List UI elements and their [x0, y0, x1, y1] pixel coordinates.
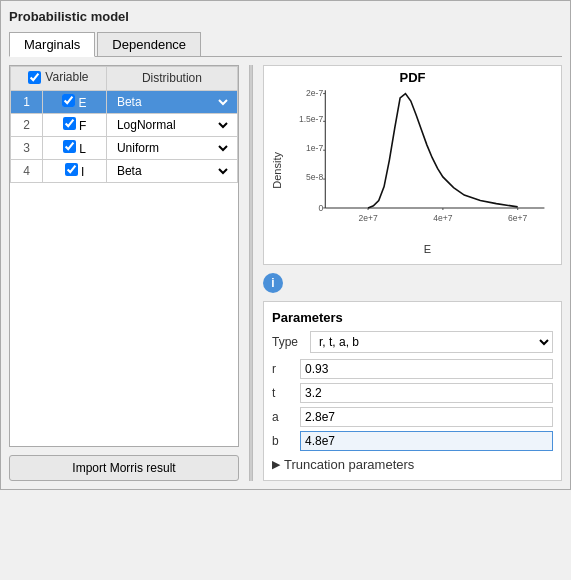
variable-checkbox[interactable]	[62, 94, 75, 107]
y-axis-label: Density	[271, 152, 283, 189]
distribution-cell[interactable]: BetaLogNormalUniformNormalGammaExponenti…	[106, 113, 237, 136]
chart-title: PDF	[268, 70, 557, 85]
table-row[interactable]: 1 EBetaLogNormalUniformNormalGammaExpone…	[11, 90, 238, 113]
variable-checkbox[interactable]	[63, 117, 76, 130]
variable-cell: E	[42, 90, 106, 113]
param-label: b	[272, 434, 292, 448]
truncation-row[interactable]: ▶ Truncation parameters	[272, 457, 553, 472]
svg-text:5e-8: 5e-8	[306, 172, 323, 182]
table-row[interactable]: 3 LBetaLogNormalUniformNormalGammaExpone…	[11, 136, 238, 159]
distribution-select[interactable]: BetaLogNormalUniformNormalGammaExponenti…	[113, 140, 231, 156]
table-row[interactable]: 2 FBetaLogNormalUniformNormalGammaExpone…	[11, 113, 238, 136]
pdf-chart: 0 5e-8 1e-7 1.5e-7 2e-7 2e+7	[286, 85, 557, 240]
param-label: a	[272, 410, 292, 424]
param-input-a[interactable]	[300, 407, 553, 427]
param-input-t[interactable]	[300, 383, 553, 403]
distribution-cell[interactable]: BetaLogNormalUniformNormalGammaExponenti…	[106, 90, 237, 113]
select-all-checkbox[interactable]	[28, 71, 41, 84]
import-morris-button[interactable]: Import Morris result	[9, 455, 239, 481]
info-row: i	[263, 273, 562, 293]
param-row: t	[272, 383, 553, 403]
svg-text:2e-7: 2e-7	[306, 88, 323, 98]
tab-marginals[interactable]: Marginals	[9, 32, 95, 57]
row-number: 1	[11, 90, 43, 113]
variable-name: L	[76, 142, 86, 156]
param-rows: rtab	[272, 359, 553, 451]
panel-divider	[249, 65, 253, 481]
svg-text:1.5e-7: 1.5e-7	[299, 114, 323, 124]
svg-text:6e+7: 6e+7	[508, 213, 527, 223]
param-row: b	[272, 431, 553, 451]
tab-dependence[interactable]: Dependence	[97, 32, 201, 56]
param-label: t	[272, 386, 292, 400]
variable-cell: F	[42, 113, 106, 136]
variable-col-header: Variable	[11, 67, 107, 91]
svg-text:2e+7: 2e+7	[358, 213, 377, 223]
svg-text:0: 0	[318, 203, 323, 213]
type-label: Type	[272, 335, 302, 349]
variable-name: I	[78, 165, 85, 179]
table-row[interactable]: 4 IBetaLogNormalUniformNormalGammaExpone…	[11, 159, 238, 182]
truncation-label: Truncation parameters	[284, 457, 414, 472]
right-panel: PDF Density 0	[263, 65, 562, 481]
param-label: r	[272, 362, 292, 376]
variable-name: F	[76, 119, 87, 133]
type-select[interactable]: r, t, a, b	[310, 331, 553, 353]
type-row: Type r, t, a, b	[272, 331, 553, 353]
param-input-r[interactable]	[300, 359, 553, 379]
distribution-col-header: Distribution	[106, 67, 237, 91]
tab-bar: Marginals Dependence	[9, 32, 562, 57]
variable-cell: I	[42, 159, 106, 182]
chart-area: PDF Density 0	[263, 65, 562, 265]
parameters-section: Parameters Type r, t, a, b rtab ▶ Trunca…	[263, 301, 562, 481]
svg-text:1e-7: 1e-7	[306, 143, 323, 153]
main-window: Probabilistic model Marginals Dependence…	[0, 0, 571, 490]
left-panel: Variable Distribution 1 EBetaLogNormalUn…	[9, 65, 239, 481]
distribution-cell[interactable]: BetaLogNormalUniformNormalGammaExponenti…	[106, 136, 237, 159]
row-number: 3	[11, 136, 43, 159]
distribution-select[interactable]: BetaLogNormalUniformNormalGammaExponenti…	[113, 117, 231, 133]
param-row: a	[272, 407, 553, 427]
distribution-select[interactable]: BetaLogNormalUniformNormalGammaExponenti…	[113, 94, 231, 110]
variable-checkbox[interactable]	[65, 163, 78, 176]
main-content: Variable Distribution 1 EBetaLogNormalUn…	[9, 65, 562, 481]
window-title: Probabilistic model	[9, 9, 562, 24]
distribution-cell[interactable]: BetaLogNormalUniformNormalGammaExponenti…	[106, 159, 237, 182]
distribution-select[interactable]: BetaLogNormalUniformNormalGammaExponenti…	[113, 163, 231, 179]
param-row: r	[272, 359, 553, 379]
param-input-b[interactable]	[300, 431, 553, 451]
info-icon[interactable]: i	[263, 273, 283, 293]
truncation-arrow-icon: ▶	[272, 458, 280, 471]
variables-table: Variable Distribution 1 EBetaLogNormalUn…	[9, 65, 239, 447]
variable-cell: L	[42, 136, 106, 159]
row-number: 4	[11, 159, 43, 182]
row-number: 2	[11, 113, 43, 136]
svg-text:4e+7: 4e+7	[433, 213, 452, 223]
parameters-title: Parameters	[272, 310, 553, 325]
variable-name: E	[75, 96, 86, 110]
variable-checkbox[interactable]	[63, 140, 76, 153]
